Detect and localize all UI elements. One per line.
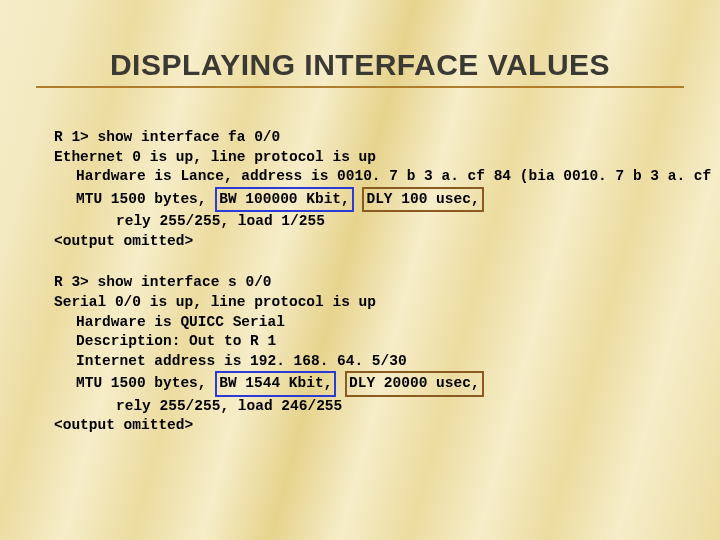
output-block-1: R 1> show interface fa 0/0 Ethernet 0 is… <box>54 128 680 251</box>
title-area: DISPLAYING INTERFACE VALUES <box>0 48 720 88</box>
omitted-line: <output omitted> <box>54 232 680 252</box>
mtu-prefix: MTU 1500 bytes, <box>76 191 215 207</box>
description-line: Description: Out to R 1 <box>54 332 680 352</box>
ip-line: Internet address is 192. 168. 64. 5/30 <box>54 352 680 372</box>
rely-line: rely 255/255, load 1/255 <box>54 212 680 232</box>
omitted-line: <output omitted> <box>54 416 680 436</box>
slide-title: DISPLAYING INTERFACE VALUES <box>0 48 720 86</box>
title-underline <box>36 86 684 88</box>
cmd-line: R 1> show interface fa 0/0 <box>54 128 680 148</box>
cmd-line: R 3> show interface s 0/0 <box>54 273 680 293</box>
output-block-2: R 3> show interface s 0/0 Serial 0/0 is … <box>54 273 680 436</box>
bw-highlight: BW 1544 Kbit, <box>215 371 336 397</box>
status-line: Serial 0/0 is up, line protocol is up <box>54 293 680 313</box>
rely-line: rely 255/255, load 246/255 <box>54 397 680 417</box>
terminal-output: R 1> show interface fa 0/0 Ethernet 0 is… <box>54 128 680 436</box>
mtu-line: MTU 1500 bytes, BW 1544 Kbit, DLY 20000 … <box>54 371 680 397</box>
mtu-line: MTU 1500 bytes, BW 100000 Kbit, DLY 100 … <box>54 187 680 213</box>
mtu-mid <box>354 191 363 207</box>
mtu-mid <box>336 375 345 391</box>
status-line: Ethernet 0 is up, line protocol is up <box>54 148 680 168</box>
dly-highlight: DLY 20000 usec, <box>345 371 484 397</box>
bw-highlight: BW 100000 Kbit, <box>215 187 354 213</box>
hardware-line: Hardware is Lance, address is 0010. 7 b … <box>54 167 680 187</box>
dly-highlight: DLY 100 usec, <box>362 187 483 213</box>
hardware-line: Hardware is QUICC Serial <box>54 313 680 333</box>
mtu-prefix: MTU 1500 bytes, <box>76 375 215 391</box>
